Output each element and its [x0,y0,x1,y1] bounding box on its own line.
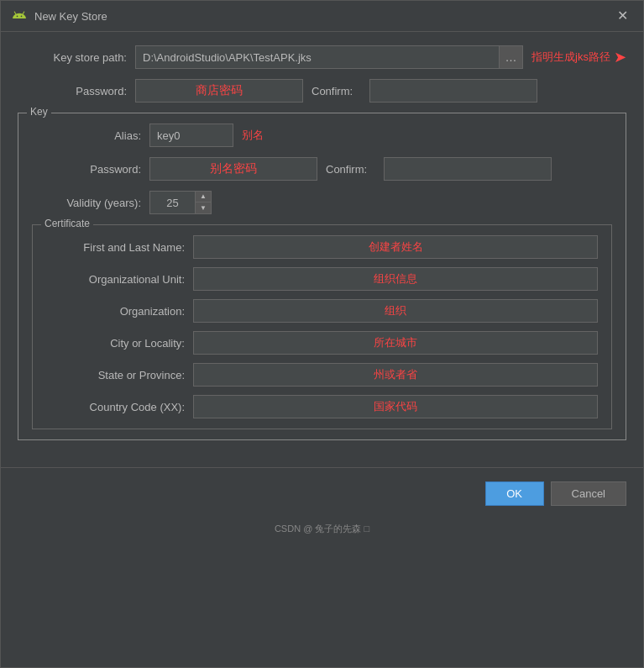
spin-up-button[interactable]: ▲ [196,192,211,203]
key-confirm-label: Confirm: [326,163,375,176]
keystore-path-input[interactable] [135,45,500,69]
cert-label-3: City or Locality: [46,337,193,350]
android-icon [11,8,28,24]
keystore-path-row: Key store path: … 指明生成jks路径 ➤ [18,45,626,69]
key-section: Key Alias: 别名 Password: 别名密码 Confirm: [18,113,626,440]
key-password-confirm-input[interactable] [384,157,552,181]
cert-input-first-last-name[interactable] [193,235,598,259]
cert-row-1: Organizational Unit: [46,267,598,291]
alias-label: Alias: [32,129,149,142]
key-password-wrapper: 别名密码 [149,157,317,181]
alias-hint: 别名 [242,128,264,143]
key-password-row: Password: 别名密码 Confirm: [32,157,612,181]
cert-row-5: Country Code (XX): [46,395,598,418]
password-input[interactable] [135,79,303,103]
validity-label: Validity (years): [32,197,149,209]
cert-label-4: State or Province: [46,369,193,381]
cert-input-org-unit[interactable] [193,267,598,291]
folder-icon: … [505,50,517,64]
key-password-input[interactable] [149,157,317,181]
spinner-controls: ▲ ▼ [196,191,212,214]
key-password-label: Password: [32,163,149,176]
alias-row: Alias: 别名 [32,124,612,147]
ok-button[interactable]: OK [485,481,544,506]
keystore-path-hint: 指明生成jks路径 [531,50,610,65]
cert-label-1: Organizational Unit: [46,273,193,286]
key-confirm-section: Confirm: [326,157,552,181]
validity-row: Validity (years): ▲ ▼ [32,191,612,214]
certificate-title: Certificate [41,218,93,229]
password-confirm-input[interactable] [369,79,537,103]
key-section-title: Key [27,106,51,118]
button-row: OK Cancel [1,467,643,519]
cert-input-city[interactable] [193,331,598,355]
cert-input-org[interactable] [193,299,598,323]
watermark: CSDN @ 兔子的先森 □ [1,519,643,542]
spin-down-button[interactable]: ▼ [196,203,211,213]
certificate-section: Certificate First and Last Name: Organiz… [32,224,612,429]
cert-row-2: Organization: [46,299,598,323]
cert-row-4: State or Province: [46,363,598,387]
cert-label-0: First and Last Name: [46,241,193,254]
dialog-title: New Key Store [34,10,107,23]
browse-folder-button[interactable]: … [500,45,523,69]
password-row: Password: 商店密码 Confirm: [18,79,626,103]
validity-spinner: ▲ ▼ [149,191,212,214]
arrow-icon: ➤ [614,48,626,66]
validity-input[interactable] [149,191,196,214]
cancel-button[interactable]: Cancel [551,481,626,506]
title-bar: New Key Store ✕ [1,1,643,32]
close-button[interactable]: ✕ [612,8,633,24]
cert-row-0: First and Last Name: [46,235,598,259]
cert-label-country-code: Country Code (XX): [46,401,193,413]
password-label: Password: [18,85,135,97]
cert-label-2: Organization: [46,305,193,318]
new-key-store-dialog: New Key Store ✕ Key store path: … 指明生成jk… [0,0,644,668]
alias-input[interactable] [149,124,233,147]
title-bar-left: New Key Store [11,8,107,24]
cert-input-state[interactable] [193,363,598,387]
cert-row-3: City or Locality: [46,331,598,355]
cert-input-country-code[interactable] [193,395,598,418]
confirm-section: Confirm: [312,79,537,103]
keystore-path-label: Key store path: [18,51,135,64]
dialog-content: Key store path: … 指明生成jks路径 ➤ Password: … [1,32,643,454]
confirm-label: Confirm: [312,85,361,97]
